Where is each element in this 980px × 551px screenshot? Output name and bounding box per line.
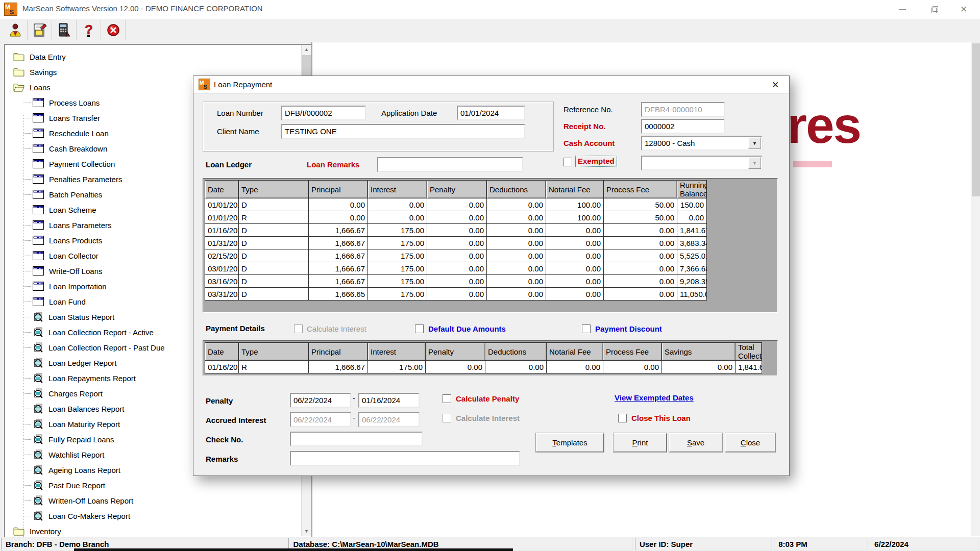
ledger-cell-type[interactable]: D (239, 288, 309, 300)
ledger-cell-principal[interactable]: 1,666.67 (309, 237, 368, 249)
ledger-cell-principal[interactable]: 1,666.67 (309, 262, 368, 275)
ledger-cell-date[interactable]: 03/16/2024 (205, 275, 239, 288)
ledger-cell-date[interactable]: 01/16/2024 (205, 224, 239, 237)
ledger-cell-date[interactable]: 03/31/2024 (205, 288, 239, 300)
ledger-cell-principal[interactable]: 1,666.67 (309, 224, 368, 237)
ledger-cell-process-fee[interactable]: 0.00 (604, 224, 677, 237)
payment-cell-notarial-fee[interactable]: 0.00 (547, 361, 603, 373)
ledger-cell-type[interactable]: R (239, 211, 309, 224)
payment-cell-interest[interactable]: 175.00 (368, 361, 426, 373)
ledger-row[interactable]: 03/01/2024 D 1,666.67 175.00 0.00 0.00 0… (205, 262, 707, 275)
ledger-cell-date[interactable]: 01/01/2024 (205, 211, 239, 224)
ledger-cell-penalty[interactable]: 0.00 (427, 198, 487, 211)
ledger-cell-type[interactable]: D (239, 198, 309, 211)
ledger-cell-interest[interactable]: 0.00 (368, 198, 427, 211)
ledger-row[interactable]: 03/31/2024 D 1,666.65 175.00 0.00 0.00 0… (205, 288, 707, 300)
ledger-cell-running-balance[interactable]: 3,683.34 (677, 237, 707, 249)
dropdown-arrow-icon[interactable]: ▼ (748, 137, 761, 149)
penalty-to-field[interactable] (358, 393, 420, 408)
ledger-cell-principal[interactable]: 1,666.67 (309, 275, 368, 288)
restore-button[interactable] (920, 0, 948, 19)
ledger-cell-date[interactable]: 02/15/2024 (205, 249, 239, 262)
payment-cell-date[interactable]: 01/16/2024 (205, 361, 239, 373)
ledger-row[interactable]: 03/16/2024 D 1,666.67 175.00 0.00 0.00 0… (205, 275, 707, 288)
calculator-toolbar-button[interactable] (52, 20, 77, 40)
ledger-cell-interest[interactable]: 175.00 (368, 275, 427, 288)
ledger-cell-process-fee[interactable]: 50.00 (604, 211, 677, 224)
ledger-cell-date[interactable]: 03/01/2024 (205, 262, 239, 275)
dialog-close-button[interactable]: ✕ (769, 79, 782, 91)
ledger-cell-deductions[interactable]: 0.00 (487, 249, 546, 262)
ledger-cell-deductions[interactable]: 0.00 (487, 224, 546, 237)
ledger-cell-type[interactable]: D (239, 275, 309, 288)
ledger-cell-process-fee[interactable]: 0.00 (604, 262, 677, 275)
ledger-cell-deductions[interactable]: 0.00 (487, 198, 546, 211)
templates-button[interactable]: Templates (536, 433, 604, 452)
save-button[interactable]: Save (669, 433, 722, 452)
ledger-cell-interest[interactable]: 175.00 (368, 262, 427, 275)
ledger-cell-principal[interactable]: 0.00 (309, 198, 368, 211)
penalty-from-field[interactable] (290, 393, 351, 408)
ledger-cell-type[interactable]: D (239, 224, 309, 237)
ledger-cell-interest[interactable]: 175.00 (368, 288, 427, 300)
ledger-cell-interest[interactable]: 175.00 (368, 224, 427, 237)
ledger-row[interactable]: 02/15/2024 D 1,666.67 175.00 0.00 0.00 0… (205, 249, 707, 262)
ledger-cell-process-fee[interactable]: 0.00 (604, 237, 677, 249)
minimize-button[interactable] (888, 0, 917, 19)
ledger-cell-running-balance[interactable]: 0.00 (677, 211, 707, 224)
ledger-cell-date[interactable]: 01/01/2024 (205, 198, 239, 211)
ledger-cell-process-fee[interactable]: 0.00 (604, 275, 677, 288)
payment-cell-process-fee[interactable]: 0.00 (603, 361, 662, 373)
tree-item[interactable]: Written-Off Loans Report (5, 493, 311, 508)
ledger-row[interactable]: 01/01/2024 D 0.00 0.00 0.00 0.00 100.00 … (205, 198, 707, 211)
ledger-cell-penalty[interactable]: 0.00 (427, 275, 487, 288)
loan-remarks-field[interactable] (377, 157, 523, 172)
ledger-row[interactable]: 01/31/2024 D 1,666.67 175.00 0.00 0.00 0… (205, 237, 707, 249)
ledger-cell-penalty[interactable]: 0.00 (427, 237, 487, 249)
ledger-cell-notarial-fee[interactable]: 0.00 (546, 262, 604, 275)
help-toolbar-button[interactable]: ? (77, 20, 101, 40)
ledger-cell-running-balance[interactable]: 11,050.00 (677, 288, 707, 300)
ledger-cell-date[interactable]: 01/31/2024 (205, 237, 239, 249)
ledger-cell-deductions[interactable]: 0.00 (487, 275, 546, 288)
ledger-cell-principal[interactable]: 1,666.65 (309, 288, 368, 300)
ledger-cell-interest[interactable]: 175.00 (368, 237, 427, 249)
mdi-scrollbar[interactable] (971, 42, 980, 536)
ledger-cell-deductions[interactable]: 0.00 (487, 237, 546, 249)
payment-cell-total-collection[interactable]: 1,841.67 (736, 361, 762, 373)
payment-discount-checkbox[interactable] (582, 324, 591, 333)
close-window-button[interactable]: ✕ (949, 0, 978, 19)
ledger-cell-notarial-fee[interactable]: 0.00 (546, 275, 604, 288)
ledger-cell-running-balance[interactable]: 1,841.67 (677, 224, 707, 237)
ledger-cell-penalty[interactable]: 0.00 (427, 262, 487, 275)
ledger-cell-process-fee[interactable]: 50.00 (604, 198, 677, 211)
ledger-cell-running-balance[interactable]: 150.00 (677, 198, 707, 211)
ledger-cell-notarial-fee[interactable]: 100.00 (546, 211, 604, 224)
ledger-cell-principal[interactable]: 0.00 (309, 211, 368, 224)
ledger-cell-running-balance[interactable]: 5,525.01 (677, 249, 707, 262)
payment-cell-type[interactable]: R (239, 361, 309, 373)
ledger-cell-penalty[interactable]: 0.00 (427, 249, 487, 262)
ledger-cell-notarial-fee[interactable]: 0.00 (546, 288, 604, 300)
receipt-no-field[interactable] (641, 119, 725, 134)
new-entry-toolbar-button[interactable] (28, 20, 52, 40)
payment-cell-penalty[interactable]: 0.00 (426, 361, 485, 373)
mdi-scrollbar-thumb[interactable] (972, 43, 980, 196)
ledger-cell-deductions[interactable]: 0.00 (487, 288, 546, 300)
tree-item[interactable]: Data Entry (5, 49, 311, 64)
default-due-amounts-checkbox[interactable] (415, 324, 424, 333)
ledger-cell-principal[interactable]: 1,666.67 (309, 249, 368, 262)
cash-account-combo[interactable]: 128000 - Cash ▼ (641, 136, 763, 151)
calculate-penalty-checkbox[interactable] (443, 394, 451, 403)
clients-toolbar-button[interactable] (3, 20, 28, 40)
ledger-cell-notarial-fee[interactable]: 0.00 (546, 224, 604, 237)
client-name-field[interactable] (281, 124, 525, 139)
payment-row[interactable]: 01/16/2024 R 1,666.67 175.00 0.00 0.00 0… (205, 361, 762, 373)
close-button[interactable]: Close (725, 433, 775, 452)
ledger-cell-type[interactable]: D (239, 249, 309, 262)
ledger-cell-notarial-fee[interactable]: 0.00 (546, 249, 604, 262)
ledger-cell-interest[interactable]: 0.00 (368, 211, 427, 224)
tree-item[interactable]: Loan Co-Makers Report (5, 508, 311, 523)
ledger-cell-interest[interactable]: 175.00 (368, 249, 427, 262)
ledger-cell-penalty[interactable]: 0.00 (427, 288, 487, 300)
